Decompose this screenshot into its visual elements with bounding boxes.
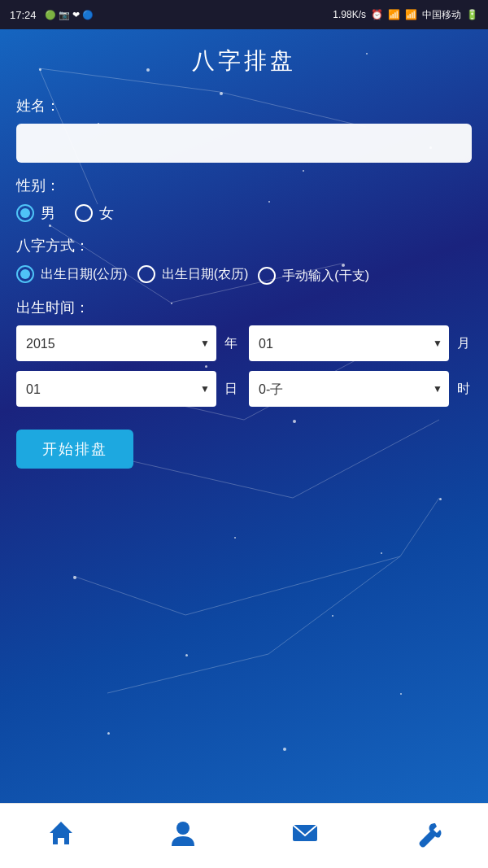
- bazhi-manual-radio[interactable]: [258, 267, 276, 285]
- month-select-wrapper: 01 02 03 04 05 06 07 08 09 10 11 12 ▼: [249, 325, 449, 361]
- svg-line-9: [73, 576, 185, 615]
- bazhi-solar-label: 出生日期(公历): [41, 266, 128, 283]
- network-speed: 1.98K/s: [333, 9, 366, 20]
- gender-male-option[interactable]: 男: [16, 203, 55, 223]
- main-background: 八字排盘 姓名： 性别： 男 女 八字方式： 出生日期(公历) 出: [0, 29, 488, 810]
- hour-unit-label: 时: [455, 381, 472, 398]
- status-bar: 17:24 🟢 📷 ❤ 🔵 1.98K/s ⏰ 📶 📶 中国移动 🔋: [0, 0, 488, 29]
- year-select-wrapper: 2015 2014 2016 2013 2000 ▼: [16, 325, 216, 361]
- birth-time-label: 出生时间：: [16, 298, 472, 317]
- gender-radio-group: 男 女: [16, 203, 472, 223]
- carrier-name: 中国移动: [422, 8, 461, 22]
- name-label: 姓名：: [16, 96, 472, 116]
- bazhi-options-group: 出生日期(公历) 出生日期(农历) 手动输入(干支): [16, 264, 472, 285]
- page-title: 八字排盘: [16, 46, 472, 76]
- bazhi-option-manual[interactable]: 手动输入(干支): [258, 267, 369, 285]
- page-content: 八字排盘 姓名： 性别： 男 女 八字方式： 出生日期(公历) 出: [0, 29, 488, 566]
- gender-label: 性别：: [16, 176, 472, 195]
- wrench-icon: [412, 818, 442, 854]
- svg-line-12: [107, 654, 268, 693]
- clock-icon: ⏰: [371, 9, 383, 20]
- bazhi-label: 八字方式：: [16, 236, 472, 255]
- wifi-icon: 📶: [388, 9, 400, 20]
- datetime-grid: 2015 2014 2016 2013 2000 ▼ 年 01 02 0: [16, 325, 472, 407]
- gender-female-label: 女: [99, 203, 114, 223]
- year-unit-label: 年: [223, 335, 239, 352]
- year-item: 2015 2014 2016 2013 2000 ▼ 年: [16, 325, 239, 361]
- status-right: 1.98K/s ⏰ 📶 📶 中国移动 🔋: [333, 8, 478, 22]
- hour-select-wrapper: 0-子 1-丑 2-寅 3-卯 4-辰 5-巳 6-午 7-未 8-申 9-酉 …: [249, 371, 449, 407]
- bazhi-option-solar[interactable]: 出生日期(公历): [16, 264, 128, 285]
- home-icon: [46, 818, 76, 854]
- month-unit-label: 月: [455, 335, 472, 352]
- time-display: 17:24: [10, 9, 37, 21]
- svg-point-15: [176, 822, 190, 835]
- battery-icon: 🔋: [466, 9, 478, 20]
- signal-icon: 📶: [405, 9, 417, 20]
- nav-home[interactable]: [37, 812, 85, 861]
- svg-line-11: [268, 556, 400, 654]
- bazhi-manual-label: 手动输入(干支): [282, 268, 369, 285]
- name-input[interactable]: [16, 124, 472, 163]
- nav-user[interactable]: [159, 812, 207, 861]
- gender-female-radio[interactable]: [75, 204, 93, 222]
- mail-icon: [290, 818, 320, 854]
- bazhi-solar-radio[interactable]: [16, 265, 34, 283]
- day-item: 01 02 03 04 05 ▼ 日: [16, 371, 239, 407]
- year-select[interactable]: 2015 2014 2016 2013 2000: [16, 325, 216, 361]
- gender-male-label: 男: [41, 203, 55, 223]
- day-unit-label: 日: [223, 381, 239, 398]
- bazhi-option-lunar[interactable]: 出生日期(农历): [137, 264, 249, 285]
- day-select-wrapper: 01 02 03 04 05 ▼: [16, 371, 216, 407]
- user-icon: [168, 818, 198, 854]
- month-select[interactable]: 01 02 03 04 05 06 07 08 09 10 11 12: [249, 325, 449, 361]
- gender-male-radio[interactable]: [16, 204, 34, 222]
- svg-marker-14: [50, 822, 72, 844]
- nav-settings[interactable]: [403, 812, 451, 861]
- gender-female-option[interactable]: 女: [75, 203, 114, 223]
- status-time: 17:24 🟢 📷 ❤ 🔵: [10, 9, 94, 21]
- day-select[interactable]: 01 02 03 04 05: [16, 371, 216, 407]
- nav-mail[interactable]: [281, 812, 329, 861]
- start-button[interactable]: 开始排盘: [16, 430, 133, 469]
- hour-select[interactable]: 0-子 1-丑 2-寅 3-卯 4-辰 5-巳 6-午 7-未 8-申 9-酉 …: [249, 371, 449, 407]
- month-item: 01 02 03 04 05 06 07 08 09 10 11 12 ▼: [249, 325, 472, 361]
- bottom-navigation: [0, 803, 488, 868]
- bazhi-lunar-radio[interactable]: [137, 265, 155, 283]
- hour-item: 0-子 1-丑 2-寅 3-卯 4-辰 5-巳 6-午 7-未 8-申 9-酉 …: [249, 371, 472, 407]
- bazhi-lunar-label: 出生日期(农历): [162, 266, 249, 283]
